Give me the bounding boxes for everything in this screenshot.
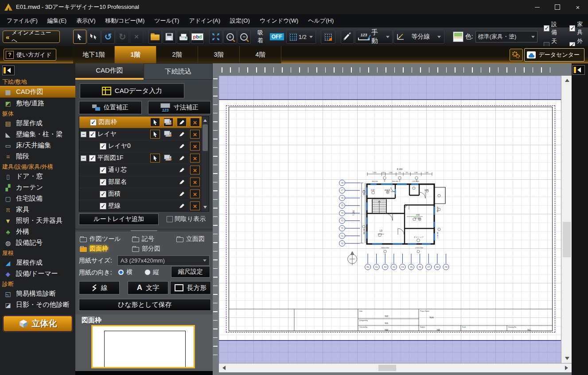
edit-layer-icon[interactable] (177, 189, 187, 198)
delete-layer-icon[interactable]: × (190, 178, 200, 186)
sidebar-item-stairs[interactable]: ≡階段 (0, 151, 75, 162)
position-correction-button[interactable]: 位置補正 (79, 101, 142, 114)
tab-floor4[interactable]: 4階 (240, 46, 281, 63)
layer-visibility-checkbox[interactable] (100, 167, 106, 174)
sidebar-item-cad-drawing[interactable]: ▦CAD作図 (0, 86, 75, 98)
menu-help[interactable]: ヘルプ(H) (303, 17, 339, 25)
collapse-toggle-icon[interactable]: − (81, 155, 86, 161)
sidebar-item-site-road[interactable]: ◩敷地/道路 (0, 98, 75, 109)
sidebar-item-structure-diagnosis[interactable]: ◱簡易構造診断 (0, 288, 75, 299)
sidebar-item-furniture[interactable]: π家具 (0, 204, 75, 215)
toggle-equipment[interactable]: 設備 (544, 20, 562, 36)
floorplan-display-toggle[interactable]: 間取り表示 (167, 215, 206, 223)
frame-preview-thumbnail[interactable] (91, 325, 195, 368)
edit-layer-icon[interactable] (177, 154, 187, 162)
usage-guide-button[interactable]: ? 使い方ガイド (4, 49, 56, 61)
drawing-viewport[interactable]: Y8Y7Y6Y5Y4Y3Y2Y1Y0 X0X1X2X3X4X5X6X7X8X9 … (219, 76, 561, 363)
undo-button[interactable]: ↺ (101, 30, 115, 44)
select-layer-icon[interactable] (150, 154, 160, 162)
fit-view-button[interactable] (209, 30, 222, 44)
delete-layer-icon[interactable]: × (190, 142, 200, 151)
layer-visibility-checkbox[interactable] (89, 155, 96, 162)
close-button[interactable]: × (568, 0, 588, 14)
category-symbols[interactable]: 記号 (132, 235, 154, 243)
menu-addin[interactable]: アドイン(A) (184, 17, 225, 25)
duplicate-layer-icon[interactable] (164, 130, 173, 139)
orientation-portrait-radio[interactable]: 縦 (144, 268, 159, 276)
scrollbar-thumb[interactable] (563, 222, 571, 257)
grid-scale-dropdown[interactable]: 1/2 (286, 30, 316, 44)
sidebar-item-lighting[interactable]: ▼照明・天井器具 (0, 215, 75, 226)
sidebar-item-shadow-diagnosis[interactable]: ◪日影・その他診断 (0, 299, 75, 310)
menu-settings[interactable]: 設定(O) (225, 17, 255, 25)
tab-floor2[interactable]: 2階 (156, 46, 198, 63)
pbd-export-button[interactable]: pbd (191, 30, 204, 44)
toggle-furniture[interactable]: 家具 (569, 20, 588, 36)
category-elevation[interactable]: 立面図 (176, 235, 205, 243)
layer-row-room-name[interactable]: 部屋名 × (79, 176, 209, 188)
sidebar-item-exterior[interactable]: ♣外構 (0, 226, 75, 237)
zoom-in-button[interactable]: + (223, 30, 237, 44)
maximize-button[interactable] (547, 0, 568, 14)
multi-select-tool-button[interactable] (87, 30, 101, 44)
edit-layer-icon[interactable] (177, 178, 187, 186)
tab-floor1[interactable]: 1階 (115, 46, 156, 63)
layer-row-layer0[interactable]: レイヤ0 × (79, 140, 209, 152)
sidebar-item-curtain[interactable]: ▞カーテン (0, 182, 75, 193)
edit-layer-icon[interactable] (177, 166, 187, 174)
rectangle-tool-button[interactable]: 長方形 (170, 281, 211, 294)
solidify-3d-button[interactable]: 立体化 (3, 316, 72, 332)
main-menu-button[interactable]: « メインメニューへ (3, 31, 60, 43)
right-collapse-button[interactable] (572, 65, 585, 75)
delete-button[interactable]: × (130, 30, 143, 44)
scrollbar-thumb[interactable] (378, 365, 396, 371)
add-root-layer-button[interactable]: ルートレイヤ追加 (79, 213, 159, 225)
settings-gear-button[interactable] (510, 49, 523, 61)
snap-toggle[interactable]: 吸着 OFF (257, 29, 284, 45)
menu-view[interactable]: 表示(V) (71, 17, 100, 25)
layer-row-layer[interactable]: − レイヤ × (79, 128, 209, 140)
dimension-correction-button[interactable]: 123 寸法補正 (148, 101, 211, 114)
sidebar-item-roof-create[interactable]: ◢屋根作成 (0, 257, 75, 268)
minimize-button[interactable] (527, 0, 547, 14)
sidebar-item-wall-edit[interactable]: ◣壁編集・柱・梁 (0, 129, 75, 140)
delete-layer-icon[interactable]: × (190, 166, 200, 174)
delete-layer-icon[interactable]: × (190, 118, 200, 127)
collapse-toggle-icon[interactable]: − (81, 131, 86, 137)
edit-layer-icon[interactable] (177, 201, 187, 210)
delete-layer-icon[interactable]: × (190, 201, 200, 210)
scale-setting-button[interactable]: 縮尺設定 (171, 266, 210, 278)
print-button[interactable] (177, 30, 190, 44)
tab-cad-drawing[interactable]: CAD作図 (75, 63, 144, 80)
layer-row-wall-line[interactable]: 壁線 × (79, 200, 209, 212)
save-button[interactable] (163, 30, 176, 44)
layer-visibility-checkbox[interactable] (90, 119, 97, 126)
tab-trace-import[interactable]: 下絵読込 (144, 63, 213, 80)
save-as-template-button[interactable]: ひな形として保存 (79, 299, 211, 311)
layer-visibility-checkbox[interactable] (100, 143, 106, 150)
vertical-scrollbar[interactable] (561, 76, 572, 363)
select-layer-icon[interactable] (150, 130, 160, 139)
layer-visibility-checkbox[interactable] (100, 203, 106, 209)
category-drawing-frame[interactable]: 図面枠 (80, 245, 108, 253)
horizontal-scrollbar[interactable] (219, 363, 572, 372)
equal-line-dropdown[interactable]: 等分線 (393, 30, 444, 44)
menu-file[interactable]: ファイル(F) (2, 17, 43, 25)
category-drawing-tools[interactable]: 作図ツール (80, 235, 121, 243)
sidebar-item-housing-equipment[interactable]: ▢住宅設備 (0, 193, 75, 204)
scrollbar-thumb[interactable] (202, 124, 208, 151)
menu-move-copy[interactable]: 移動/コピー(M) (101, 17, 150, 25)
layer-row-area[interactable]: 面積 × (79, 188, 209, 200)
layer-list-scrollbar[interactable] (202, 116, 209, 211)
color-mode-dropdown[interactable]: 標準(家具・塗) (475, 31, 537, 43)
delete-layer-icon[interactable]: × (190, 154, 200, 162)
duplicate-layer-icon[interactable] (164, 154, 173, 162)
edit-layer-icon[interactable] (177, 130, 187, 139)
edit-layer-icon[interactable] (177, 118, 187, 127)
redo-button[interactable]: ↻ (116, 30, 129, 44)
zoom-out-button[interactable]: − (238, 30, 251, 44)
data-center-button[interactable]: データセンター (524, 48, 584, 62)
select-layer-icon[interactable] (150, 118, 160, 127)
duplicate-layer-icon[interactable] (164, 118, 173, 127)
layer-row-plan1f[interactable]: − 平面図1F × (79, 152, 209, 164)
